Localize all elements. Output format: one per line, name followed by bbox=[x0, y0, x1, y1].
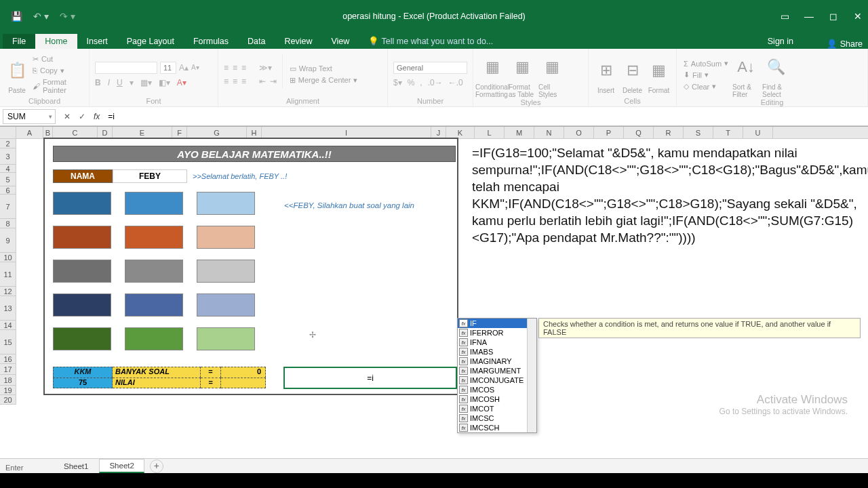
autocomplete-item[interactable]: fxIMCOSH bbox=[458, 394, 536, 404]
maximize-icon[interactable]: ◻ bbox=[823, 6, 844, 26]
tab-review[interactable]: Review bbox=[275, 34, 321, 49]
row-header[interactable]: 20 bbox=[0, 395, 16, 405]
column-header[interactable]: L bbox=[475, 127, 505, 138]
color-swatch[interactable] bbox=[197, 293, 255, 317]
autocomplete-item[interactable]: fxIMCSCH bbox=[458, 423, 536, 432]
copy-button[interactable]: ⎘ Copy ▾ bbox=[31, 66, 83, 76]
row-header[interactable]: 19 bbox=[0, 386, 16, 395]
minimize-icon[interactable]: — bbox=[799, 6, 819, 26]
conditional-formatting-button[interactable]: ▦Conditional Formatting bbox=[479, 52, 506, 98]
active-cell[interactable]: =i bbox=[283, 367, 457, 389]
autocomplete-item[interactable]: fxIMCSC bbox=[458, 413, 536, 423]
autocomplete-item[interactable]: fxIMCONJUGATE bbox=[458, 375, 536, 385]
tab-home[interactable]: Home bbox=[35, 34, 77, 49]
tab-data[interactable]: Data bbox=[238, 34, 275, 49]
format-as-table-button[interactable]: ▦Format as Table bbox=[509, 52, 536, 98]
autocomplete-item[interactable]: fxIF bbox=[458, 319, 536, 328]
row-header[interactable]: 16 bbox=[0, 354, 16, 364]
row-header[interactable]: 12 bbox=[0, 287, 16, 296]
cut-button[interactable]: ✂ Cut bbox=[31, 54, 83, 64]
format-cells-button[interactable]: ▦Format bbox=[647, 52, 671, 97]
column-header[interactable]: U bbox=[743, 127, 773, 138]
autocomplete-item[interactable]: fxIMCOT bbox=[458, 404, 536, 413]
comma-button[interactable]: , bbox=[420, 78, 422, 87]
tab-file[interactable]: File bbox=[3, 34, 35, 49]
row-header[interactable]: 8 bbox=[0, 219, 16, 228]
tab-page-layout[interactable]: Page Layout bbox=[117, 34, 184, 49]
column-header[interactable]: F bbox=[172, 127, 187, 138]
undo-icon[interactable]: ↶ ▾ bbox=[33, 11, 49, 22]
autocomplete-item[interactable]: fxIMARGUMENT bbox=[458, 366, 536, 375]
redo-icon[interactable]: ↷ ▾ bbox=[60, 11, 75, 22]
new-sheet-button[interactable]: + bbox=[150, 460, 163, 473]
column-header[interactable]: Q bbox=[624, 127, 654, 138]
merge-center-button[interactable]: ⊞ Merge & Center ▾ bbox=[288, 75, 359, 85]
close-icon[interactable]: ✕ bbox=[848, 6, 868, 26]
column-header[interactable]: H bbox=[247, 127, 262, 138]
share-button[interactable]: 👤 Share bbox=[827, 39, 863, 49]
name-box[interactable]: SUM bbox=[3, 109, 56, 124]
insert-cells-button[interactable]: ⊞Insert bbox=[594, 52, 618, 97]
wrap-text-button[interactable]: ▭ Wrap Text bbox=[288, 64, 359, 74]
accounting-button[interactable]: $▾ bbox=[393, 78, 402, 87]
color-swatch[interactable] bbox=[125, 293, 183, 317]
select-all-corner[interactable] bbox=[0, 127, 16, 138]
autocomplete-item[interactable]: fxIMABS bbox=[458, 347, 536, 357]
formula-input[interactable]: =i bbox=[104, 110, 868, 123]
column-header[interactable]: R bbox=[654, 127, 684, 138]
column-header[interactable]: S bbox=[684, 127, 713, 138]
cell-styles-button[interactable]: ▦Cell Styles bbox=[538, 52, 566, 98]
column-header[interactable]: I bbox=[262, 127, 431, 138]
color-swatch[interactable] bbox=[125, 192, 183, 215]
underline-button[interactable]: U bbox=[117, 78, 123, 87]
autocomplete-item[interactable]: fxIFERROR bbox=[458, 328, 536, 338]
sheet-tab-2[interactable]: Sheet2 bbox=[99, 459, 144, 473]
autocomplete-item[interactable]: fxIFNA bbox=[458, 338, 536, 347]
row-header[interactable]: 14 bbox=[0, 321, 16, 330]
row-header[interactable]: 6 bbox=[0, 186, 16, 195]
color-swatch[interactable] bbox=[53, 260, 111, 283]
number-format-select[interactable] bbox=[393, 62, 467, 74]
format-painter-button[interactable]: 🖌 Format Painter bbox=[31, 77, 83, 95]
fx-icon[interactable]: fx bbox=[94, 112, 100, 121]
tab-view[interactable]: View bbox=[321, 34, 359, 49]
nama-value[interactable]: FEBY bbox=[113, 169, 187, 183]
row-header[interactable]: 13 bbox=[0, 296, 16, 321]
color-swatch[interactable] bbox=[197, 192, 255, 215]
color-swatch[interactable] bbox=[125, 327, 183, 350]
enter-formula-icon[interactable]: ✓ bbox=[75, 112, 90, 121]
autocomplete-item[interactable]: fxIMAGINARY bbox=[458, 357, 536, 366]
font-size-input[interactable] bbox=[160, 62, 176, 74]
row-header[interactable]: 2 bbox=[0, 139, 16, 148]
row-header[interactable]: 17 bbox=[0, 364, 16, 375]
column-header[interactable]: G bbox=[187, 127, 247, 138]
color-swatch[interactable] bbox=[53, 293, 111, 317]
save-icon[interactable]: 💾 bbox=[11, 11, 22, 22]
decrease-decimal-button[interactable]: ←.0 bbox=[448, 78, 463, 87]
row-header[interactable]: 15 bbox=[0, 330, 16, 354]
tell-me[interactable]: 💡 Tell me what you want to do... bbox=[359, 33, 502, 49]
color-swatch[interactable] bbox=[197, 327, 255, 350]
sheet-tab-1[interactable]: Sheet1 bbox=[54, 460, 98, 472]
font-family-input[interactable] bbox=[95, 62, 157, 74]
italic-button[interactable]: I bbox=[108, 78, 110, 87]
bold-button[interactable]: B bbox=[95, 78, 101, 87]
row-header[interactable]: 9 bbox=[0, 228, 16, 253]
autocomplete-item[interactable]: fxIMCOS bbox=[458, 385, 536, 394]
row-header[interactable]: 5 bbox=[0, 173, 16, 186]
row-header[interactable]: 18 bbox=[0, 375, 16, 386]
color-swatch[interactable] bbox=[197, 260, 255, 283]
paste-button[interactable]: 📋 Paste bbox=[5, 52, 28, 97]
worksheet[interactable]: ABCDEFGHIJKLMNOPQRSTU 234567891011121314… bbox=[0, 126, 868, 445]
column-header[interactable]: B bbox=[43, 127, 53, 138]
column-header[interactable]: M bbox=[505, 127, 534, 138]
color-swatch[interactable] bbox=[53, 226, 111, 249]
column-header[interactable]: E bbox=[113, 127, 172, 138]
font-color-button[interactable]: A▾ bbox=[177, 78, 186, 87]
column-header[interactable]: D bbox=[98, 127, 113, 138]
fill-button[interactable]: ⬇ Fill ▾ bbox=[682, 70, 730, 80]
border-button[interactable]: ▦▾ bbox=[140, 78, 152, 87]
find-select-button[interactable]: 🔍Find & Select bbox=[762, 52, 789, 98]
ribbon-display-icon[interactable]: ▭ bbox=[774, 6, 795, 26]
column-header[interactable]: N bbox=[534, 127, 564, 138]
